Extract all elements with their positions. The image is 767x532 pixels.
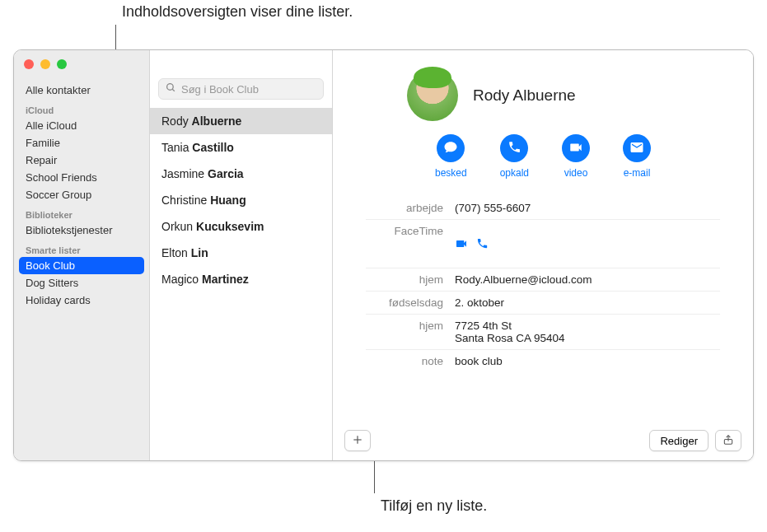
contact-first: Magico: [161, 273, 199, 286]
contact-item[interactable]: Orkun Kucuksevim: [150, 213, 332, 240]
search-icon: [166, 82, 176, 96]
sidebar-item-all-contacts[interactable]: Alle kontakter: [14, 82, 149, 99]
contact-fields: arbejde (707) 555-6607 FaceTime: [358, 197, 728, 372]
share-icon: [723, 434, 734, 448]
contacts-window: Alle kontakter iCloud Alle iCloud Famili…: [13, 49, 754, 461]
sidebar-item[interactable]: Familie: [14, 134, 149, 152]
facetime-audio-icon[interactable]: [476, 237, 489, 250]
add-button[interactable]: [344, 430, 371, 451]
avatar: [407, 70, 458, 121]
field-facetime: FaceTime: [366, 220, 720, 268]
sidebar-item[interactable]: Dog Sitters: [14, 274, 149, 292]
field-home-email: hjem Rody.Albuerne@icloud.com: [366, 268, 720, 292]
sidebar-item[interactable]: Alle iCloud: [14, 117, 149, 134]
fullscreen-window-button[interactable]: [57, 59, 67, 69]
contact-list-column: Rody Albuerne Tania Castillo Jasmine Gar…: [150, 50, 333, 460]
field-work-phone: arbejde (707) 555-6607: [366, 197, 720, 220]
contact-detail-pane: Rody Albuerne besked opkald: [333, 50, 753, 460]
sidebar-header-biblioteker: Biblioteker: [14, 203, 149, 222]
contact-item[interactable]: Magico Martinez: [150, 266, 332, 292]
contact-item[interactable]: Elton Lin: [150, 240, 332, 266]
svg-line-1: [172, 89, 175, 91]
contact-first: Elton: [161, 246, 188, 259]
plus-icon: [352, 434, 363, 448]
contact-first: Tania: [161, 141, 189, 154]
field-label: hjem: [366, 320, 455, 344]
field-label: fødselsdag: [366, 296, 455, 309]
contact-last: Castillo: [192, 141, 234, 154]
video-button[interactable]: video: [562, 134, 590, 179]
sidebar-item[interactable]: School Friends: [14, 169, 149, 186]
field-home-address: hjem 7725 4th St Santa Rosa CA 95404: [366, 315, 720, 350]
message-button[interactable]: besked: [435, 134, 467, 179]
field-note: note book club: [366, 350, 720, 372]
contact-first: Jasmine: [161, 167, 204, 180]
field-label: note: [366, 355, 455, 367]
edit-button[interactable]: Rediger: [649, 430, 709, 451]
detail-toolbar: Rediger: [333, 421, 753, 460]
contact-item[interactable]: Christine Huang: [150, 187, 332, 213]
contact-last: Huang: [210, 194, 246, 207]
search-input[interactable]: [181, 83, 316, 96]
contact-last: Martinez: [202, 273, 249, 286]
mail-button[interactable]: e-mail: [623, 134, 651, 179]
sidebar-item[interactable]: Soccer Group: [14, 186, 149, 203]
callout-lists: Indholdsoversigten viser dine lister.: [122, 3, 353, 21]
field-value[interactable]: 7725 4th St Santa Rosa CA 95404: [455, 320, 720, 344]
sidebar: Alle kontakter iCloud Alle iCloud Famili…: [14, 50, 150, 460]
contact-name: Rody Albuerne: [473, 86, 576, 105]
contact-first: Rody: [161, 114, 189, 128]
facetime-video-icon[interactable]: [455, 237, 468, 250]
minimize-window-button[interactable]: [40, 59, 50, 69]
contact-item[interactable]: Tania Castillo: [150, 134, 332, 161]
field-label: FaceTime: [366, 225, 455, 263]
contact-last: Albuerne: [192, 114, 242, 128]
sidebar-item-book-club[interactable]: Book Club: [19, 257, 144, 274]
field-value[interactable]: book club: [455, 355, 720, 367]
close-window-button[interactable]: [24, 59, 34, 69]
action-label: e-mail: [624, 167, 651, 179]
sidebar-header-smartelister: Smarte lister: [14, 239, 149, 257]
contact-item[interactable]: Rody Albuerne: [150, 108, 332, 134]
callout-line: [115, 25, 116, 49]
sidebar-header-icloud: iCloud: [14, 99, 149, 117]
mail-icon: [629, 140, 644, 157]
field-value[interactable]: (707) 555-6607: [455, 202, 720, 214]
callout-add-list: Tilføj en ny liste.: [381, 497, 487, 515]
contact-first: Orkun: [161, 220, 193, 233]
contact-last: Kucuksevim: [196, 220, 264, 233]
contact-last: Lin: [191, 246, 208, 259]
field-birthday: fødselsdag 2. oktober: [366, 292, 720, 315]
video-icon: [568, 140, 583, 157]
field-value: 2. oktober: [455, 296, 720, 309]
contact-last: Garcia: [208, 167, 244, 180]
sidebar-item[interactable]: Bibliotekstjenester: [14, 222, 149, 239]
phone-icon: [507, 140, 521, 156]
field-label: arbejde: [366, 202, 455, 214]
contact-first: Christine: [161, 194, 207, 207]
field-value[interactable]: Rody.Albuerne@icloud.com: [455, 273, 720, 286]
action-label: besked: [435, 167, 467, 179]
field-label: hjem: [366, 273, 455, 286]
share-button[interactable]: [715, 430, 741, 451]
sidebar-item[interactable]: Holiday cards: [14, 292, 149, 309]
window-controls: [24, 59, 67, 69]
svg-point-0: [167, 84, 174, 91]
action-label: opkald: [500, 167, 529, 179]
action-label: video: [564, 167, 588, 179]
contact-item[interactable]: Jasmine Garcia: [150, 161, 332, 187]
search-field[interactable]: [158, 78, 324, 100]
sidebar-item[interactable]: Repair: [14, 152, 149, 169]
call-button[interactable]: opkald: [500, 134, 529, 179]
message-icon: [443, 140, 458, 157]
